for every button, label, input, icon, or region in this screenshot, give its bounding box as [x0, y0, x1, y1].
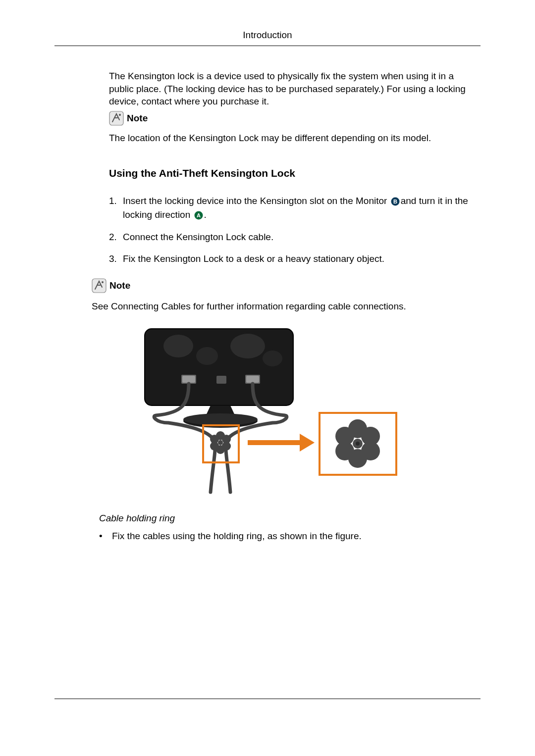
svg-point-14 — [263, 351, 282, 366]
step-text: Fix the Kensington Lock to a desk or a h… — [123, 252, 481, 266]
header-title: Introduction — [243, 30, 292, 40]
svg-rect-17 — [182, 376, 195, 383]
figure-cable-ring — [134, 324, 401, 497]
step-text: Connect the Kensington Lock cable. — [123, 230, 481, 245]
bullet-text: Fix the cables using the holding ring, a… — [112, 531, 362, 542]
note-1-text: The location of the Kensington Lock may … — [109, 132, 481, 145]
bullet-list: • Fix the cables using the holding ring,… — [54, 531, 481, 542]
list-item: 1. Insert the locking device into the Ke… — [109, 194, 481, 222]
svg-rect-15 — [216, 376, 226, 384]
step-number: 1. — [109, 194, 123, 222]
note-icon — [109, 111, 124, 126]
bullet-icon: • — [99, 531, 112, 542]
svg-point-13 — [230, 334, 265, 358]
svg-point-29 — [218, 440, 223, 445]
list-item: 2. Connect the Kensington Lock cable. — [109, 230, 481, 245]
step-number: 2. — [109, 230, 123, 245]
step-text: Insert the locking device into the Kensi… — [123, 194, 481, 222]
svg-point-7 — [102, 281, 104, 283]
svg-point-1 — [119, 114, 121, 116]
steps-list: 1. Insert the locking device into the Ke… — [109, 194, 481, 266]
footer-divider — [54, 699, 481, 699]
note-label: Note — [109, 280, 130, 291]
figure-caption: Cable holding ring — [54, 513, 481, 524]
note-label: Note — [127, 113, 148, 124]
svg-point-21 — [183, 413, 258, 425]
svg-point-12 — [196, 347, 218, 365]
intro-paragraph: The Kensington lock is a device used to … — [109, 70, 481, 108]
list-item: 3. Fix the Kensington Lock to a desk or … — [109, 252, 481, 266]
note-2: Note — [92, 278, 463, 293]
badge-b-icon: B — [391, 197, 400, 206]
svg-text:A: A — [197, 212, 201, 218]
step-text-part: Insert the locking device into the Kensi… — [123, 196, 390, 206]
svg-point-36 — [335, 427, 354, 446]
svg-rect-19 — [246, 376, 259, 383]
svg-point-28 — [210, 435, 219, 444]
list-item: • Fix the cables using the holding ring,… — [99, 531, 481, 542]
note-icon — [92, 278, 107, 293]
svg-point-11 — [163, 335, 193, 357]
page-header: Introduction — [54, 30, 481, 46]
step-text-part: . — [204, 209, 207, 220]
badge-a-icon: A — [194, 211, 203, 220]
step-number: 3. — [109, 252, 123, 266]
note-1: Note — [109, 111, 481, 126]
note-2-text: See Connecting Cables for further inform… — [54, 301, 481, 312]
section-heading: Using the Anti-Theft Kensington Lock — [109, 167, 481, 179]
svg-text:B: B — [393, 199, 397, 204]
svg-point-38 — [356, 442, 360, 446]
